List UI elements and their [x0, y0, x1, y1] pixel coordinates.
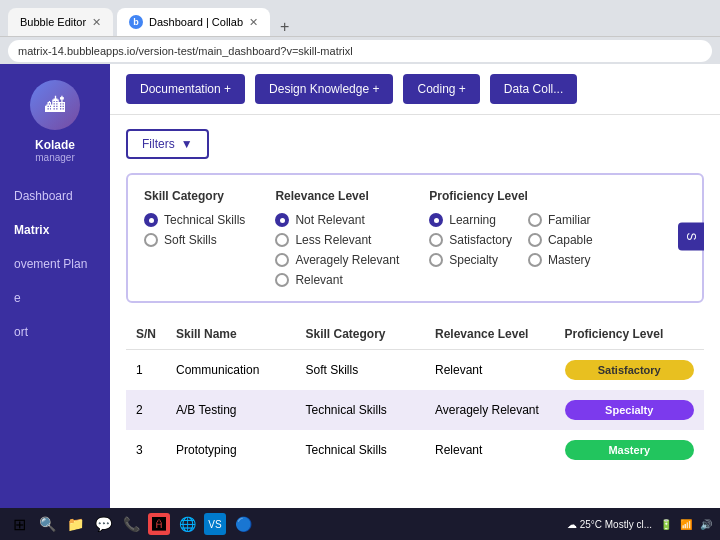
taskbar: ⊞ 🔍 📁 💬 📞 🅰 🌐 VS 🔵 ☁ 25°C Mostly cl... 🔋… [0, 508, 720, 540]
radio-not-relevant[interactable]: Not Relevant [275, 213, 399, 227]
battery-icon: 🔋 [660, 519, 672, 530]
sidebar-item-dashboard[interactable]: Dashboard [0, 179, 110, 213]
tab-bar: Bubble Editor ✕ b Dashboard | Collab ✕ + [8, 0, 295, 36]
tab-favicon: b [129, 15, 143, 29]
volume-icon: 🔊 [700, 519, 712, 530]
radio-technical-circle [144, 213, 158, 227]
col-header-proficiency: Proficiency Level [565, 327, 695, 341]
taskbar-icon-files[interactable]: 📁 [64, 513, 86, 535]
sidebar-item-e[interactable]: e [0, 281, 110, 315]
sidebar-item-report[interactable]: ort [0, 315, 110, 349]
radio-learning-circle [429, 213, 443, 227]
design-knowledge-button[interactable]: Design Knowledge + [255, 74, 393, 104]
cell-skill-name: Prototyping [176, 443, 306, 457]
sidebar-item-matrix[interactable]: Matrix [0, 213, 110, 247]
content-area: Filters ▼ Skill Category Technical Skill… [110, 115, 720, 540]
taskbar-icon-phone[interactable]: 📞 [120, 513, 142, 535]
weather-info: ☁ 25°C Mostly cl... [567, 519, 652, 530]
documentation-button[interactable]: Documentation + [126, 74, 245, 104]
radio-relevant-label: Relevant [295, 273, 342, 287]
radio-averagely-relevant[interactable]: Averagely Relevant [275, 253, 399, 267]
proficiency-badge-mastery: Mastery [565, 440, 695, 460]
radio-less-relevant[interactable]: Less Relevant [275, 233, 399, 247]
radio-learning[interactable]: Learning [429, 213, 512, 227]
proficiency-badge-specialty: Specialty [565, 400, 695, 420]
filter-panel: Skill Category Technical Skills Soft Ski… [126, 173, 704, 303]
taskbar-icon-search[interactable]: 🔍 [36, 513, 58, 535]
radio-capable-label: Capable [548, 233, 593, 247]
radio-relevant-circle [275, 273, 289, 287]
skill-category-group: Skill Category Technical Skills Soft Ski… [144, 189, 245, 287]
taskbar-icon-chrome[interactable]: 🔵 [232, 513, 254, 535]
skill-category-title: Skill Category [144, 189, 245, 203]
radio-mastery[interactable]: Mastery [528, 253, 593, 267]
radio-mastery-label: Mastery [548, 253, 591, 267]
filters-label: Filters [142, 137, 175, 151]
tab-bubble-editor[interactable]: Bubble Editor ✕ [8, 8, 113, 36]
main-content: Documentation + Design Knowledge + Codin… [110, 64, 720, 540]
address-input[interactable] [8, 40, 712, 62]
cell-category: Technical Skills [306, 443, 436, 457]
app-container: 🏙 Kolade manager Dashboard Matrix ovemen… [0, 64, 720, 540]
cell-relevance: Relevant [435, 443, 565, 457]
user-name: Kolade [0, 138, 110, 152]
browser-chrome: Bubble Editor ✕ b Dashboard | Collab ✕ + [0, 0, 720, 36]
cell-category: Technical Skills [306, 403, 436, 417]
radio-satisfactory[interactable]: Satisfactory [429, 233, 512, 247]
radio-less-relevant-label: Less Relevant [295, 233, 371, 247]
address-bar [0, 36, 720, 64]
taskbar-icon-vscode[interactable]: VS [204, 513, 226, 535]
sidebar: 🏙 Kolade manager Dashboard Matrix ovemen… [0, 64, 110, 540]
relevance-level-title: Relevance Level [275, 189, 399, 203]
radio-capable[interactable]: Capable [528, 233, 593, 247]
table-row: 1 Communication Soft Skills Relevant Sat… [126, 350, 704, 390]
taskbar-icon-app1[interactable]: 🅰 [148, 513, 170, 535]
taskbar-icon-windows[interactable]: ⊞ [8, 513, 30, 535]
tab-close-icon[interactable]: ✕ [92, 16, 101, 29]
new-tab-button[interactable]: + [274, 18, 295, 36]
radio-not-relevant-label: Not Relevant [295, 213, 364, 227]
radio-satisfactory-circle [429, 233, 443, 247]
sidebar-item-improvement[interactable]: ovement Plan [0, 247, 110, 281]
radio-specialty-circle [429, 253, 443, 267]
coding-button[interactable]: Coding + [403, 74, 479, 104]
radio-satisfactory-label: Satisfactory [449, 233, 512, 247]
col-header-skill-name: Skill Name [176, 327, 306, 341]
user-role: manager [0, 152, 110, 163]
col-header-sn: S/N [136, 327, 176, 341]
taskbar-icon-app2[interactable]: 🌐 [176, 513, 198, 535]
cell-relevance: Averagely Relevant [435, 403, 565, 417]
tab-dashboard[interactable]: b Dashboard | Collab ✕ [117, 8, 270, 36]
proficiency-badge-satisfactory: Satisfactory [565, 360, 695, 380]
radio-learning-label: Learning [449, 213, 496, 227]
cell-skill-name: Communication [176, 363, 306, 377]
taskbar-right: ☁ 25°C Mostly cl... 🔋 📶 🔊 [567, 519, 712, 530]
radio-less-relevant-circle [275, 233, 289, 247]
col-header-relevance: Relevance Level [435, 327, 565, 341]
table-container: S/N Skill Name Skill Category Relevance … [126, 319, 704, 470]
top-nav: Documentation + Design Knowledge + Codin… [110, 64, 720, 115]
radio-soft[interactable]: Soft Skills [144, 233, 245, 247]
relevance-level-group: Relevance Level Not Relevant Less Releva… [275, 189, 399, 287]
radio-technical[interactable]: Technical Skills [144, 213, 245, 227]
radio-soft-label: Soft Skills [164, 233, 217, 247]
tab-close-icon[interactable]: ✕ [249, 16, 258, 29]
radio-averagely-relevant-circle [275, 253, 289, 267]
proficiency-level-title: Proficiency Level [429, 189, 592, 203]
filters-button[interactable]: Filters ▼ [126, 129, 209, 159]
filter-chevron-icon: ▼ [181, 137, 193, 151]
radio-averagely-relevant-label: Averagely Relevant [295, 253, 399, 267]
table-row: 2 A/B Testing Technical Skills Averagely… [126, 390, 704, 430]
radio-specialty[interactable]: Specialty [429, 253, 512, 267]
radio-technical-label: Technical Skills [164, 213, 245, 227]
taskbar-icon-whatsapp[interactable]: 💬 [92, 513, 114, 535]
radio-relevant[interactable]: Relevant [275, 273, 399, 287]
cell-sn: 3 [136, 443, 176, 457]
radio-capable-circle [528, 233, 542, 247]
data-coll-button[interactable]: Data Coll... [490, 74, 577, 104]
tab-label: Bubble Editor [20, 16, 86, 28]
cell-relevance: Relevant [435, 363, 565, 377]
radio-familiar[interactable]: Familiar [528, 213, 593, 227]
save-button-partial[interactable]: S [678, 222, 704, 250]
radio-mastery-circle [528, 253, 542, 267]
